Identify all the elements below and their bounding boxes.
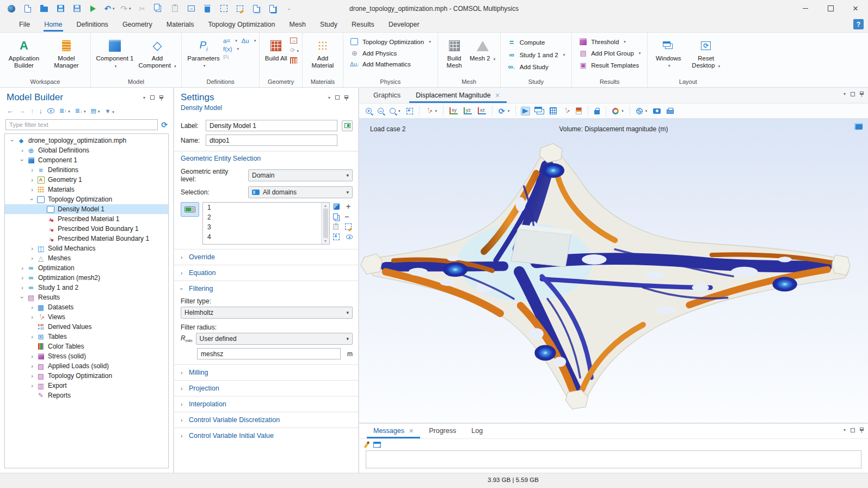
axis-indicator-button[interactable] [562, 106, 571, 115]
tab-displacement-magnitude[interactable]: Displacement Magnitude✕ [408, 88, 508, 103]
save-button[interactable] [53, 2, 67, 15]
move-down-icon[interactable]: ↓ [39, 107, 43, 115]
section-control-variable-discretization[interactable]: Control Variable Discretization [174, 412, 358, 428]
menu-tab-home[interactable]: Home [38, 18, 68, 32]
domain-list-scrollbar[interactable]: ▲▼ [321, 203, 329, 244]
tree-item[interactable]: ∞Optimization [5, 263, 168, 273]
tree-item[interactable]: Stress (solid) [5, 351, 168, 361]
view-yz-button[interactable]: yz [463, 106, 473, 115]
section-projection[interactable]: Projection [174, 380, 358, 396]
close-button[interactable] [843, 0, 868, 17]
zoom-to-selection-icon[interactable] [333, 234, 340, 240]
menu-tab-file[interactable]: File [13, 18, 36, 32]
close-tab-icon[interactable]: ✕ [495, 92, 500, 99]
build-mesh-button[interactable]: Build Mesh [441, 36, 467, 71]
paste-selection-icon[interactable] [333, 224, 338, 230]
tree-item[interactable]: ▤Results [5, 292, 168, 302]
tree-item[interactable]: ▲Prescribed Material Boundary 1 [5, 234, 168, 243]
find-button[interactable] [249, 2, 263, 15]
tree-item[interactable]: ⊞Tables [5, 332, 168, 341]
tree-item[interactable]: ✎Reports [5, 391, 168, 400]
threshold-button[interactable]: Threshold▾ [575, 36, 629, 47]
menu-tab-definitions[interactable]: Definitions [71, 18, 114, 32]
section-interpolation[interactable]: Interpolation [174, 396, 358, 412]
parameters-case-button[interactable]: Pi [223, 54, 256, 60]
new-button[interactable] [21, 2, 35, 15]
tree-filter-input[interactable] [5, 119, 158, 130]
domain-list-item[interactable]: 4 [207, 233, 317, 243]
tab-progress[interactable]: Progress [421, 424, 464, 438]
color-theme-button[interactable]: ▾ [611, 107, 625, 115]
domain-list-item[interactable]: 2 [207, 213, 317, 223]
undo-button[interactable]: ↶▾ [102, 2, 116, 15]
transparency-button[interactable] [534, 107, 545, 115]
messages-output[interactable] [366, 450, 861, 468]
add-plot-group-button[interactable]: ▤Add Plot Group▾ [575, 47, 644, 59]
mesh-2-button[interactable]: Mesh 2 ▾ [469, 36, 497, 65]
menu-tab-geometry[interactable]: Geometry [116, 18, 158, 32]
minimize-button[interactable] [793, 0, 818, 17]
tree-item[interactable]: △Meshes [5, 253, 168, 263]
update-solution-button[interactable]: Δu▾ [242, 38, 256, 44]
filter-type-select[interactable]: Helmholtz [181, 307, 353, 319]
geometry-workplane-icon[interactable] [290, 57, 297, 64]
move-up-icon[interactable]: ↑ [30, 107, 34, 115]
compute-button[interactable]: =Compute [504, 36, 549, 48]
move-to-window-button[interactable] [184, 2, 198, 15]
result-templates-button[interactable]: ▣Result Templates [575, 59, 642, 71]
zoom-out-button[interactable]: − [377, 107, 385, 115]
selection-select[interactable]: All domains [248, 186, 353, 198]
study-1-and-2-button[interactable]: ∞Study 1 and 2▾ [504, 49, 569, 60]
go-to-view-button[interactable]: ▾ [424, 106, 439, 115]
add-material-button[interactable]: Add Material [306, 36, 340, 71]
settings-menu-chevron-icon[interactable]: ▾ [328, 95, 330, 100]
domain-list[interactable]: 1 2 3 4 ▲▼ [202, 202, 330, 245]
tree-item[interactable]: Materials [5, 185, 168, 194]
menu-tab-mesh[interactable]: Mesh [283, 18, 312, 32]
menu-tab-developer[interactable]: Developer [383, 18, 426, 32]
label-input[interactable] [206, 120, 337, 131]
application-builder-button[interactable]: A Application Builder [3, 36, 45, 71]
color-legend-button[interactable] [575, 106, 583, 115]
scene-light-button[interactable] [521, 107, 530, 115]
section-control-variable-initial-value[interactable]: Control Variable Initial Value [174, 428, 358, 443]
tree-item[interactable]: ▦Datasets [5, 302, 168, 312]
paste-button[interactable] [168, 2, 182, 15]
menu-tab-study[interactable]: Study [314, 18, 343, 32]
active-toggle-button[interactable] [181, 202, 199, 217]
topology-optimization-button[interactable]: Topology Optimization▾ [347, 36, 434, 47]
tree-item[interactable]: ∞Optimization (mesh2) [5, 273, 168, 283]
close-messages-tab-icon[interactable]: ✕ [409, 428, 414, 435]
model-manager-button[interactable]: Model Manager [46, 36, 87, 71]
snapshot-button[interactable] [652, 107, 662, 115]
tree-item[interactable]: AGeometry 1 [5, 175, 168, 185]
zoom-extents-button[interactable] [405, 107, 414, 115]
clear-domain-selection-icon[interactable] [345, 223, 352, 230]
add-domain-icon[interactable]: + [346, 204, 350, 209]
messages-menu-chevron-icon[interactable]: ▾ [844, 428, 846, 432]
maximize-button[interactable] [818, 0, 843, 17]
tree-item[interactable]: ≡Definitions [5, 165, 168, 175]
zoom-in-button[interactable]: + [365, 107, 373, 115]
rotate-button[interactable]: ⟳▾ [497, 106, 510, 117]
filter-radius-mode-select[interactable]: User defined [196, 333, 353, 345]
tree-item[interactable]: ▲Prescribed Material 1 [5, 214, 168, 224]
tree-item[interactable]: Color Tables [5, 341, 168, 351]
build-all-button[interactable]: Build All [263, 36, 289, 64]
settings-pin-icon[interactable] [344, 95, 348, 99]
save-to-model-manager-button[interactable] [70, 2, 84, 15]
component-1-button[interactable]: Component 1 ▾ [94, 36, 136, 72]
geometry-insert-icon[interactable] [290, 38, 297, 44]
filter-radius-input[interactable] [197, 348, 341, 359]
forward-icon[interactable]: → [19, 107, 26, 115]
tree-item[interactable]: ◫Solid Mechanics [5, 243, 168, 253]
reset-desktop-button[interactable]: ⟳ Reset Desktop ▾ [687, 36, 725, 72]
section-override[interactable]: Override [174, 249, 358, 265]
section-milling[interactable]: Milling [174, 364, 358, 380]
menu-tab-results[interactable]: Results [346, 18, 380, 32]
tree-item[interactable]: ▨Applied Loads (solid) [5, 361, 168, 371]
variables-button[interactable]: a=▾ [223, 38, 237, 44]
settings-float-icon[interactable] [335, 95, 340, 100]
tab-graphics[interactable]: Graphics [366, 88, 408, 103]
tree-item[interactable]: 8.85e-12Derived Values [5, 322, 168, 332]
